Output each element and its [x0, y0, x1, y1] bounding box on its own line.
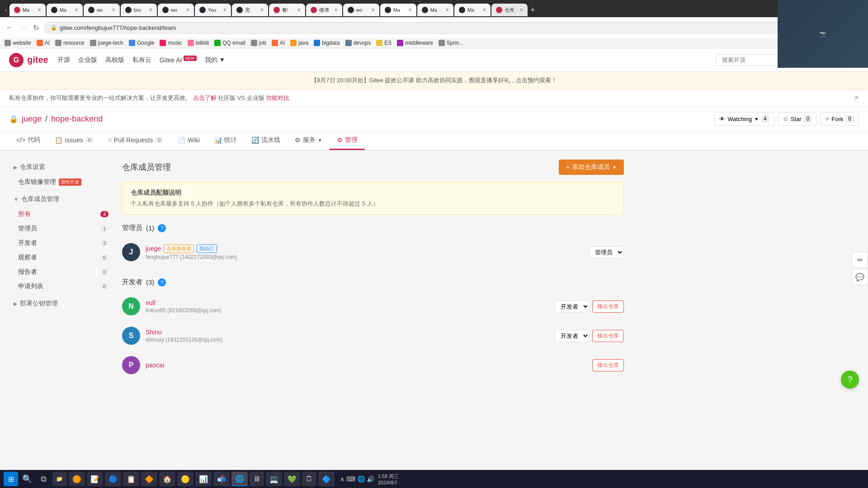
sidebar-item-all[interactable]: 所有 4	[9, 207, 113, 221]
bookmark-resource[interactable]: resource	[55, 40, 85, 46]
tab-2-close[interactable]: ×	[75, 7, 78, 13]
announcement-2-link1[interactable]: 点击了解	[193, 94, 217, 101]
float-edit-button[interactable]: ✏	[852, 252, 868, 268]
tab-6-close[interactable]: ×	[223, 7, 226, 13]
bookmark-java[interactable]: java	[290, 40, 308, 46]
tab-4-close[interactable]: ×	[149, 7, 152, 13]
bookmark-juege-tech[interactable]: juege-tech	[90, 40, 123, 46]
forward-button[interactable]: →	[18, 22, 28, 33]
tab-5[interactable]: wo ×	[158, 4, 194, 16]
bookmark-bigdata[interactable]: bigdata	[314, 40, 340, 46]
bookmark-website[interactable]: website	[5, 40, 31, 46]
tab-10[interactable]: wo ×	[343, 4, 379, 16]
tab-2[interactable]: Ma ×	[47, 4, 83, 16]
bookmark-middleware[interactable]: middleware	[397, 40, 433, 46]
tab-manage[interactable]: ⚙ 管理	[330, 131, 365, 150]
member-role-select-juege[interactable]: 管理员	[589, 246, 624, 258]
bookmark-music[interactable]: music	[160, 40, 182, 46]
bookmark-job[interactable]: job	[251, 40, 266, 46]
bookmark-google[interactable]: Google	[129, 40, 155, 46]
bookmark-ai1[interactable]: AI	[37, 40, 50, 46]
tab-1-close[interactable]: ×	[38, 7, 41, 13]
watch-button[interactable]: 👁 Watching ▼ 4	[714, 112, 774, 126]
back-button[interactable]: ←	[5, 22, 14, 33]
tab-stats[interactable]: 📊 统计	[207, 131, 244, 150]
tab-7[interactable]: 宽 ×	[232, 4, 268, 16]
tab-pipeline[interactable]: 🔄 流水线	[244, 131, 288, 150]
tab-5-close[interactable]: ×	[186, 7, 189, 13]
sidebar-item-apply-list[interactable]: 申请列表 0	[9, 279, 113, 294]
member-role-select-null[interactable]: 开发者	[555, 300, 590, 313]
tab-issues[interactable]: 📋 Issues 0	[47, 131, 101, 150]
tab-8-close[interactable]: ×	[297, 7, 301, 13]
tab-14-close[interactable]: ×	[520, 7, 523, 13]
sidebar-item-mirror[interactable]: 仓库镜像管理 限时开放	[9, 175, 113, 189]
bookmark-bigdata-icon	[314, 40, 320, 46]
tab-4[interactable]: bru ×	[121, 4, 157, 16]
sidebar-item-reporter[interactable]: 报告者 0	[9, 265, 113, 279]
bookmark-bilibili[interactable]: bilibili	[188, 40, 209, 46]
tab-wiki[interactable]: 📄 Wiki	[170, 131, 207, 150]
sidebar-deploy-key-header[interactable]: ▶ 部署公钥管理	[9, 296, 113, 311]
nav-link-enterprise[interactable]: 企业版	[78, 56, 97, 64]
developer-help-icon[interactable]: ?	[158, 278, 166, 286]
announcement-2-link2[interactable]: 功能对比	[266, 94, 289, 101]
tab-9-close[interactable]: ×	[335, 7, 338, 13]
reload-button[interactable]: ↻	[32, 22, 40, 33]
tab-9[interactable]: 微博 ×	[306, 4, 342, 16]
bookmark-ai2[interactable]: AI	[272, 40, 285, 46]
repo-name-link[interactable]: hope-backend	[51, 114, 103, 124]
tab-10-close[interactable]: ×	[372, 7, 375, 13]
repo-owner-link[interactable]: juege	[22, 114, 42, 124]
nav-link-private-cloud[interactable]: 私有云	[132, 56, 151, 64]
admin-help-icon[interactable]: ?	[158, 224, 166, 232]
tab-13-close[interactable]: ×	[483, 7, 486, 13]
tab-service[interactable]: ⚙ 服务 ▼	[288, 131, 330, 150]
bookmark-spring[interactable]: Sprin...	[439, 40, 464, 46]
float-help-button[interactable]: ?	[841, 371, 859, 389]
tab-14[interactable]: 仓库 ×	[491, 4, 528, 16]
tab-code[interactable]: </> 代码	[9, 131, 47, 150]
tab-1[interactable]: Ma ×	[9, 4, 46, 16]
tab-12[interactable]: Ma ×	[417, 4, 453, 16]
member-role-select-shinu[interactable]: 开发者	[555, 330, 590, 342]
gitee-logo[interactable]: G gitee	[9, 53, 48, 67]
tab-13[interactable]: Ma ×	[454, 4, 491, 16]
member-name-link-shinu[interactable]: Shinu	[146, 328, 162, 336]
nav-link-university[interactable]: 高校版	[105, 56, 124, 64]
announcement-close-button[interactable]: ×	[854, 93, 859, 103]
float-chat-button[interactable]: 💬	[852, 269, 868, 285]
tab-11[interactable]: Ma ×	[380, 4, 416, 16]
nav-link-gitee-ai[interactable]: Gitee AINEW	[160, 56, 197, 64]
add-member-button[interactable]: + 添加仓库成员 ▼	[559, 160, 624, 175]
sidebar-item-observer[interactable]: 观察者 0	[9, 250, 113, 265]
tab-pullrequests[interactable]: ⑂ Pull Requests 0	[101, 131, 171, 150]
nav-link-opensource[interactable]: 开源	[57, 56, 70, 64]
bookmark-es[interactable]: ES	[376, 40, 392, 46]
remove-member-shinu-button[interactable]: 移出仓库	[592, 330, 624, 342]
remove-member-null-button[interactable]: 移出仓库	[592, 300, 624, 313]
member-name-link-paocai[interactable]: paocai	[146, 361, 164, 369]
tab-scroll-left[interactable]: ‹	[4, 5, 9, 15]
remove-member-paocai-button[interactable]: 移出仓库	[592, 359, 624, 371]
fork-button[interactable]: ⑂ Fork 0	[821, 112, 859, 126]
sidebar-repo-settings-header[interactable]: ▶ 仓库设置	[9, 160, 113, 175]
tab-8[interactable]: 餐! ×	[269, 4, 305, 16]
bookmark-qq-email[interactable]: QQ email	[214, 40, 245, 46]
sidebar-item-developer[interactable]: 开发者 3	[9, 236, 113, 250]
tab-12-close[interactable]: ×	[446, 7, 449, 13]
sidebar-member-mgmt-header[interactable]: ▼ 仓库成员管理	[9, 192, 113, 207]
new-tab-button[interactable]: +	[528, 5, 537, 15]
tab-3[interactable]: wo ×	[84, 4, 120, 16]
tab-3-close[interactable]: ×	[112, 7, 115, 13]
bookmark-devops[interactable]: devops	[345, 40, 371, 46]
member-name-link-null[interactable]: null	[146, 299, 156, 306]
sidebar-item-admin[interactable]: 管理员 1	[9, 221, 113, 236]
tab-7-close[interactable]: ×	[260, 7, 264, 13]
star-button[interactable]: ☆ Star 0	[778, 112, 817, 126]
nav-link-my[interactable]: 我的 ▼	[205, 56, 226, 64]
tab-11-close[interactable]: ×	[409, 7, 412, 13]
tab-6[interactable]: You ×	[195, 4, 231, 16]
url-bar[interactable]: 🔒 gitee.com/fengbujue777/hope-backend/te…	[44, 22, 813, 34]
member-name-link-juege[interactable]: juege	[146, 245, 161, 252]
